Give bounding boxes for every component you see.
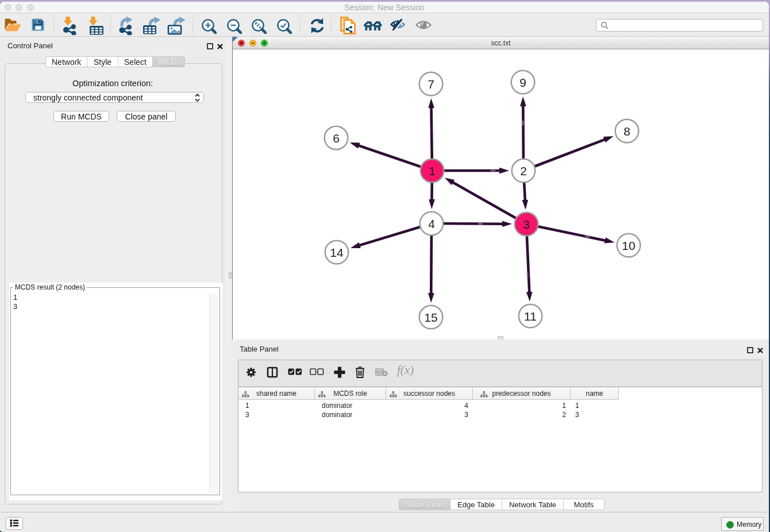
svg-text:3: 3 <box>523 218 530 231</box>
svg-text:14: 14 <box>330 246 344 259</box>
svg-text:7: 7 <box>428 78 434 91</box>
svg-text:9: 9 <box>519 76 526 89</box>
svg-text:6: 6 <box>333 132 340 145</box>
svg-text:11: 11 <box>524 310 537 323</box>
svg-text:10: 10 <box>622 239 635 252</box>
svg-text:4: 4 <box>428 217 435 230</box>
svg-text:15: 15 <box>424 311 437 324</box>
svg-text:8: 8 <box>623 125 630 138</box>
svg-text:2: 2 <box>520 164 527 178</box>
svg-text:1: 1 <box>429 164 436 178</box>
